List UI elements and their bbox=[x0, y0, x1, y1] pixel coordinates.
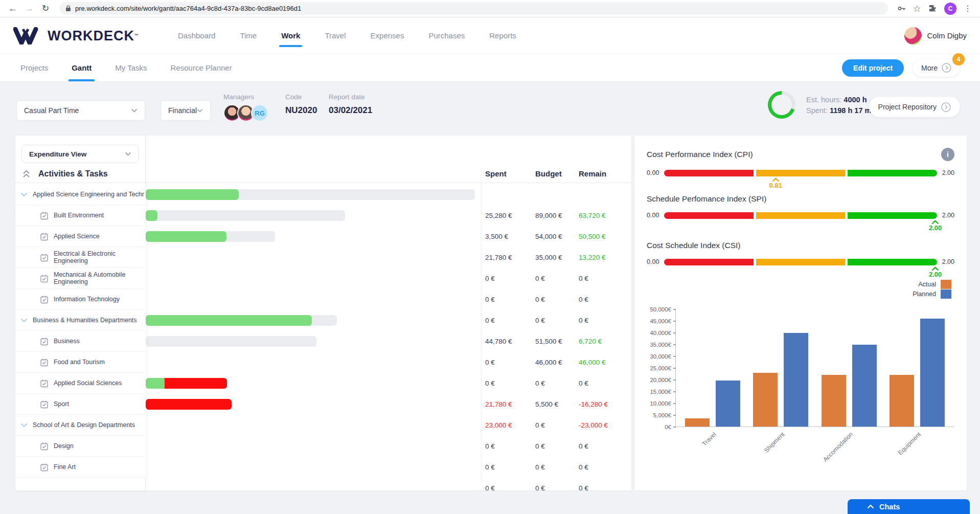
browser-back-icon[interactable]: ← bbox=[6, 2, 19, 15]
browser-menu-icon[interactable]: ⋮ bbox=[964, 4, 972, 13]
gauge-segment bbox=[848, 170, 937, 176]
code-group: Code NU2020 bbox=[285, 93, 317, 116]
nav-expenses[interactable]: Expenses bbox=[371, 17, 404, 54]
gauge-segment bbox=[848, 259, 937, 265]
tree-parent-applied-science-engineering-and-techno[interactable]: Applied Science Engineering and Techno..… bbox=[15, 184, 146, 205]
gauge-cost-performance-index-cpi: Cost Performance Index (CPI)i0.002.000.8… bbox=[647, 148, 954, 195]
nav-dashboard[interactable]: Dashboard bbox=[178, 17, 215, 54]
task-check-icon bbox=[40, 295, 49, 304]
task-check-icon bbox=[40, 379, 49, 388]
team-select[interactable]: Casual Part Time bbox=[16, 100, 145, 121]
expenditure-view-value: Expenditure View bbox=[29, 150, 86, 158]
gauge-min-label: 0.00 bbox=[647, 212, 659, 219]
tree-task-design[interactable]: Design bbox=[15, 436, 146, 457]
bar-actual-accomodation bbox=[822, 375, 846, 427]
tree-task-applied-social-sciences[interactable]: Applied Social Sciences bbox=[15, 373, 146, 394]
est-hours-value: 4000 h bbox=[844, 96, 867, 104]
tree-task-built-environment[interactable]: Built Environment bbox=[15, 205, 146, 226]
chats-label: Chats bbox=[879, 503, 900, 511]
gantt-bar-track bbox=[146, 210, 345, 221]
chats-bar[interactable]: Chats bbox=[848, 499, 970, 514]
est-hours-label: Est. hours: bbox=[806, 96, 841, 104]
nav-time[interactable]: Time bbox=[240, 17, 257, 54]
tab-resource-planner[interactable]: Resource Planner bbox=[171, 54, 232, 81]
bar-planned-shipment bbox=[784, 333, 808, 427]
bar-planned-equipment bbox=[920, 319, 945, 427]
edit-project-button[interactable]: Edit project bbox=[842, 59, 904, 77]
table-row: Business & Humanities Departments44,780 … bbox=[15, 310, 631, 331]
tree-item-label: Applied Social Sciences bbox=[54, 379, 134, 387]
key-icon[interactable] bbox=[897, 4, 906, 13]
tree-task-food-and-tourism[interactable]: Food and Tourism bbox=[15, 352, 146, 373]
nav-purchases[interactable]: Purchases bbox=[428, 17, 465, 54]
tree-parent-business-humanities-departments[interactable]: Business & Humanities Departments bbox=[15, 310, 146, 331]
browser-forward-icon[interactable]: → bbox=[22, 2, 36, 15]
tree-item-label: Business & Humanities Departments bbox=[33, 317, 137, 324]
workdeck-logo[interactable]: WORKDECK™ bbox=[13, 27, 139, 44]
tree-task-fine-art[interactable]: Fine Art bbox=[15, 457, 146, 478]
legend-label: Actual bbox=[918, 281, 936, 288]
cell-spent: 0 € bbox=[485, 478, 495, 499]
collapse-all-icon[interactable] bbox=[22, 169, 30, 178]
task-check-icon bbox=[40, 274, 49, 283]
lock-icon bbox=[65, 5, 71, 12]
project-repository-button[interactable]: Project Repository bbox=[869, 97, 960, 117]
gauge-max-label: 2.00 bbox=[942, 169, 954, 176]
y-axis-tick-mark bbox=[673, 368, 676, 369]
gauge-title-row: Schedule Perfomance Index (SPI) bbox=[647, 194, 954, 204]
gauge-title: Cost Performance Index (CPI) bbox=[647, 150, 753, 159]
extensions-puzzle-icon[interactable] bbox=[928, 4, 937, 13]
y-axis-tick-label: 5,000€ bbox=[653, 412, 671, 418]
nav-reports[interactable]: Reports bbox=[489, 17, 516, 54]
tree-parent-school-of-art-design-departments[interactable]: School of Art & Design Departments bbox=[15, 415, 146, 436]
chevron-up-icon bbox=[867, 504, 874, 509]
gauge-max-label: 2.00 bbox=[942, 212, 954, 219]
y-axis-tick-label: 35,000€ bbox=[650, 342, 671, 348]
gauge-title-row: Cost Schedule Index (CSI) bbox=[647, 241, 954, 250]
gauge-title: Schedule Perfomance Index (SPI) bbox=[647, 194, 766, 204]
view-select[interactable]: Financial bbox=[161, 100, 211, 121]
chart-plot: TravelShipmentAccomodationEquipment 0€5,… bbox=[675, 309, 954, 427]
chevron-down-icon bbox=[131, 108, 138, 113]
tree-item-label: Built Environment bbox=[54, 212, 134, 219]
browser-profile-avatar[interactable]: C bbox=[944, 3, 956, 15]
tree-task-information-technology[interactable]: Information Technology bbox=[15, 289, 146, 310]
gauge-marker: 2.00 bbox=[929, 266, 942, 278]
tree-task-applied-science[interactable]: Applied Science bbox=[15, 226, 146, 247]
tab-projects[interactable]: Projects bbox=[20, 54, 48, 81]
main-nav: DashboardTimeWorkTravelExpensesPurchases… bbox=[178, 17, 516, 54]
tree-task-business[interactable]: Business bbox=[15, 331, 146, 352]
gantt-bar-segment-red bbox=[146, 399, 232, 410]
browser-refresh-icon[interactable]: ↻ bbox=[39, 2, 52, 15]
gauge-segment bbox=[664, 259, 753, 265]
address-bar[interactable]: pre.workdeck.com/site/work/gantt/aac764a… bbox=[59, 2, 888, 15]
table-row: Sport23,000 €0 €-23,000 € bbox=[15, 394, 631, 415]
task-check-icon bbox=[40, 400, 49, 409]
user-avatar bbox=[904, 27, 922, 44]
y-axis-tick-label: 50,000€ bbox=[650, 306, 671, 312]
team-select-value: Casual Part Time bbox=[24, 106, 79, 115]
y-axis-tick-label: 40,000€ bbox=[650, 330, 671, 336]
tab-gantt[interactable]: Gantt bbox=[72, 54, 92, 81]
nav-work[interactable]: Work bbox=[281, 17, 300, 54]
table-row: Food and Tourism0 €0 €0 € bbox=[15, 352, 631, 373]
nav-travel[interactable]: Travel bbox=[325, 17, 346, 54]
task-check-icon bbox=[40, 442, 49, 451]
gauge-max-label: 2.00 bbox=[942, 258, 954, 265]
header-divider bbox=[15, 183, 631, 183]
info-icon[interactable]: i bbox=[941, 148, 954, 161]
y-axis-tick-mark bbox=[673, 344, 676, 345]
tree-task-sport[interactable]: Sport bbox=[15, 394, 146, 415]
hours-progress-ring bbox=[768, 91, 795, 119]
gantt-card: Expenditure View Activities & Tasks Spen… bbox=[15, 136, 631, 490]
y-axis-tick-label: 30,000€ bbox=[650, 353, 671, 360]
gauge-segment bbox=[756, 259, 845, 265]
tree-title: Activities & Tasks bbox=[38, 169, 108, 178]
tree-task-mechanical-automobile-engineering[interactable]: Mechanical & Automobile Engineering bbox=[15, 268, 146, 289]
tab-my-tasks[interactable]: My Tasks bbox=[115, 54, 147, 81]
user-menu[interactable]: Colm Digby bbox=[904, 27, 967, 44]
y-axis-tick-label: 25,000€ bbox=[650, 365, 671, 371]
tree-task-electrical-electronic-engineering[interactable]: Electrical & Electronic Engineering bbox=[15, 247, 146, 268]
expenditure-view-select[interactable]: Expenditure View bbox=[21, 145, 139, 163]
bookmark-star-icon[interactable]: ☆ bbox=[913, 3, 921, 14]
